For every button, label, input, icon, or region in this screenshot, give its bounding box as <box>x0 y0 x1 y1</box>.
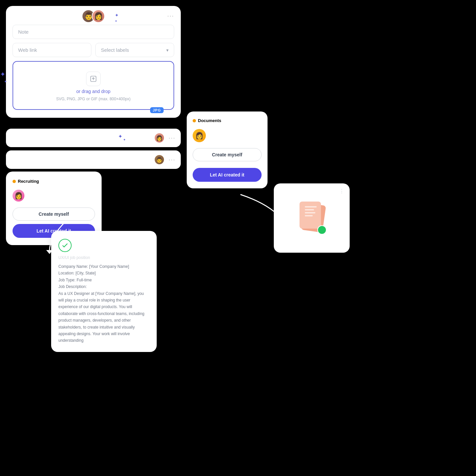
row1-avatar: 👩 <box>154 133 165 143</box>
row-card-2: 👨 ··· <box>6 150 181 169</box>
form-row-weblink: Select labels ▾ <box>13 43 174 57</box>
let-ai-button-documents[interactable]: Let AI created it <box>193 168 262 182</box>
job-body: Company Name: [Your Company Name] Locati… <box>58 263 149 344</box>
row2-more-menu[interactable]: ··· <box>169 156 175 163</box>
recruiting-tag-label: Recruiting <box>18 179 39 184</box>
more-menu-button[interactable]: ··· <box>167 13 174 19</box>
documents-avatar: 👩 <box>193 129 206 142</box>
recruiting-tag-dot <box>13 180 16 183</box>
upload-drag-text: or drag and drop <box>76 89 111 94</box>
weblink-input[interactable] <box>13 43 91 57</box>
sparkle-decoration-2: ✦ ✦ <box>0 70 7 84</box>
avatar-female: 👩 <box>92 10 105 23</box>
avatars-group: 👨 👩 <box>82 10 105 23</box>
row-card-1: 👩 ✦ ✦ ··· <box>6 129 181 147</box>
file-line-4 <box>305 215 313 216</box>
recruiting-avatar: 👩 <box>13 190 24 202</box>
documents-tag-dot <box>193 119 196 122</box>
sparkle-row1b: ✦ <box>123 138 126 142</box>
documents-card: Documents 👩 Create myself Let AI created… <box>187 111 268 188</box>
note-input[interactable] <box>13 25 174 39</box>
create-myself-button-documents[interactable]: Create myself <box>193 148 262 161</box>
form-card-header: 👨 👩 ··· <box>13 13 174 19</box>
recruiting-tag: Recruiting <box>13 179 95 184</box>
file-stack-illustration <box>297 202 327 235</box>
result-card: ⋮ <box>274 183 350 253</box>
jpg-badge: JPG <box>150 107 164 113</box>
row2-avatar: 👨 <box>154 154 165 165</box>
row1-more-menu[interactable]: ··· <box>169 135 175 142</box>
create-myself-button-recruiting[interactable]: Create myself <box>13 207 95 221</box>
upload-area[interactable]: or drag and drop SVG, PNG, JPG or GIF (m… <box>13 61 174 110</box>
select-labels-dropdown[interactable]: Select labels ▾ <box>95 43 174 57</box>
job-title: UX/UI job position <box>58 255 149 260</box>
documents-tag: Documents <box>193 118 262 123</box>
file-line-3 <box>305 212 315 213</box>
file-page-front <box>300 202 321 229</box>
result-card-more-menu[interactable]: ⋮ <box>339 188 345 194</box>
upload-formats-text: SVG, PNG, JPG or GIF (max. 800×400px) <box>56 97 131 101</box>
file-line-2 <box>305 209 314 210</box>
upload-icon <box>86 72 101 86</box>
documents-tag-label: Documents <box>198 118 221 123</box>
check-icon <box>58 239 72 252</box>
chevron-down-icon: ▾ <box>166 48 169 53</box>
file-page-lines <box>305 206 317 216</box>
green-circle-badge <box>317 225 327 235</box>
form-card: 👨 👩 ··· ✦✦ Select labels ▾ ✦ ✦ or dr <box>6 6 181 118</box>
job-posting-card: UX/UI job position Company Name: [Your C… <box>51 231 157 352</box>
select-labels-text: Select labels <box>101 47 129 53</box>
sparkle-row1: ✦ <box>118 133 122 140</box>
file-line-1 <box>305 206 317 207</box>
